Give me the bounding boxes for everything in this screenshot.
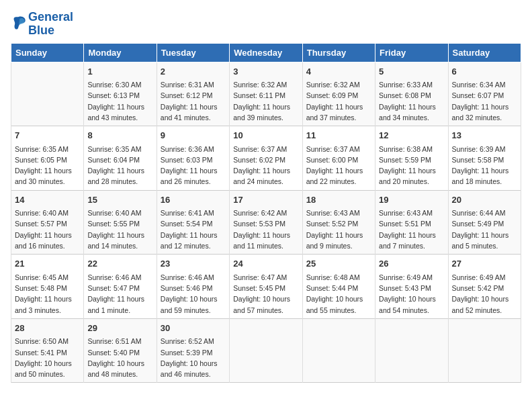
- week-row-2: 7Sunrise: 6:35 AM Sunset: 6:05 PM Daylig…: [11, 126, 521, 191]
- calendar-cell: 9Sunrise: 6:36 AM Sunset: 6:03 PM Daylig…: [157, 126, 229, 191]
- column-header-wednesday: Wednesday: [230, 43, 302, 62]
- day-number: 20: [452, 193, 517, 207]
- calendar-cell: 2Sunrise: 6:31 AM Sunset: 6:12 PM Daylig…: [157, 62, 229, 126]
- day-number: 15: [87, 193, 152, 207]
- day-info: Sunrise: 6:35 AM Sunset: 6:05 PM Dayligh…: [15, 144, 80, 187]
- day-info: Sunrise: 6:30 AM Sunset: 6:13 PM Dayligh…: [87, 79, 152, 123]
- calendar-cell: [302, 318, 375, 383]
- day-number: 9: [161, 129, 226, 142]
- week-row-5: 28Sunrise: 6:50 AM Sunset: 5:41 PM Dayli…: [11, 318, 521, 383]
- day-info: Sunrise: 6:42 AM Sunset: 5:53 PM Dayligh…: [233, 208, 298, 251]
- calendar-cell: 12Sunrise: 6:38 AM Sunset: 5:59 PM Dayli…: [375, 126, 448, 191]
- day-info: Sunrise: 6:37 AM Sunset: 6:02 PM Dayligh…: [233, 144, 298, 187]
- day-info: Sunrise: 6:49 AM Sunset: 5:43 PM Dayligh…: [379, 272, 444, 316]
- logo-icon: [11, 15, 27, 31]
- day-info: Sunrise: 6:43 AM Sunset: 5:52 PM Dayligh…: [306, 208, 371, 251]
- day-info: Sunrise: 6:40 AM Sunset: 5:55 PM Dayligh…: [87, 208, 152, 251]
- header: General Blue: [11, 11, 521, 38]
- day-number: 1: [87, 65, 152, 79]
- calendar-cell: 5Sunrise: 6:33 AM Sunset: 6:08 PM Daylig…: [375, 62, 448, 126]
- calendar-cell: 16Sunrise: 6:41 AM Sunset: 5:54 PM Dayli…: [157, 190, 229, 255]
- day-number: 28: [15, 322, 80, 335]
- day-number: 6: [452, 65, 517, 79]
- day-info: Sunrise: 6:33 AM Sunset: 6:08 PM Dayligh…: [379, 79, 444, 123]
- day-number: 10: [233, 129, 298, 142]
- day-number: 12: [379, 129, 444, 142]
- day-info: Sunrise: 6:34 AM Sunset: 6:07 PM Dayligh…: [452, 79, 517, 123]
- calendar-cell: 21Sunrise: 6:45 AM Sunset: 5:48 PM Dayli…: [11, 255, 84, 319]
- day-info: Sunrise: 6:40 AM Sunset: 5:57 PM Dayligh…: [15, 208, 80, 251]
- calendar-cell: 15Sunrise: 6:40 AM Sunset: 5:55 PM Dayli…: [84, 190, 157, 255]
- day-number: 17: [233, 193, 298, 207]
- calendar-cell: 18Sunrise: 6:43 AM Sunset: 5:52 PM Dayli…: [302, 190, 375, 255]
- day-number: 18: [306, 193, 371, 207]
- day-info: Sunrise: 6:50 AM Sunset: 5:41 PM Dayligh…: [15, 336, 80, 379]
- day-number: 25: [306, 257, 371, 271]
- day-number: 29: [87, 322, 152, 335]
- day-number: 27: [452, 257, 517, 271]
- calendar-cell: 7Sunrise: 6:35 AM Sunset: 6:05 PM Daylig…: [11, 126, 84, 191]
- day-info: Sunrise: 6:38 AM Sunset: 5:59 PM Dayligh…: [379, 144, 444, 187]
- calendar-cell: 13Sunrise: 6:39 AM Sunset: 5:58 PM Dayli…: [448, 126, 521, 191]
- day-info: Sunrise: 6:51 AM Sunset: 5:40 PM Dayligh…: [87, 336, 152, 379]
- calendar-cell: 30Sunrise: 6:52 AM Sunset: 5:39 PM Dayli…: [157, 318, 229, 383]
- day-info: Sunrise: 6:48 AM Sunset: 5:44 PM Dayligh…: [306, 272, 371, 316]
- calendar-cell: 29Sunrise: 6:51 AM Sunset: 5:40 PM Dayli…: [84, 318, 157, 383]
- day-info: Sunrise: 6:37 AM Sunset: 6:00 PM Dayligh…: [306, 144, 371, 187]
- column-header-friday: Friday: [375, 43, 448, 62]
- day-number: 2: [161, 65, 226, 79]
- day-info: Sunrise: 6:36 AM Sunset: 6:03 PM Dayligh…: [161, 144, 226, 187]
- day-info: Sunrise: 6:41 AM Sunset: 5:54 PM Dayligh…: [161, 208, 226, 251]
- calendar-cell: [448, 318, 521, 383]
- calendar-cell: 10Sunrise: 6:37 AM Sunset: 6:02 PM Dayli…: [230, 126, 302, 191]
- calendar-cell: 23Sunrise: 6:46 AM Sunset: 5:46 PM Dayli…: [157, 255, 229, 319]
- calendar-cell: 4Sunrise: 6:32 AM Sunset: 6:09 PM Daylig…: [302, 62, 375, 126]
- day-number: 24: [233, 257, 298, 271]
- day-number: 21: [15, 257, 80, 271]
- week-row-1: 1Sunrise: 6:30 AM Sunset: 6:13 PM Daylig…: [11, 62, 521, 126]
- calendar-cell: 25Sunrise: 6:48 AM Sunset: 5:44 PM Dayli…: [302, 255, 375, 319]
- week-row-3: 14Sunrise: 6:40 AM Sunset: 5:57 PM Dayli…: [11, 190, 521, 255]
- logo-text: General Blue: [28, 11, 73, 38]
- day-info: Sunrise: 6:49 AM Sunset: 5:42 PM Dayligh…: [452, 272, 517, 316]
- day-number: 8: [87, 129, 152, 142]
- calendar-cell: 27Sunrise: 6:49 AM Sunset: 5:42 PM Dayli…: [448, 255, 521, 319]
- day-number: 30: [161, 322, 226, 335]
- day-number: 5: [379, 65, 444, 79]
- day-number: 16: [161, 193, 226, 207]
- calendar-cell: 14Sunrise: 6:40 AM Sunset: 5:57 PM Dayli…: [11, 190, 84, 255]
- day-number: 13: [452, 129, 517, 142]
- day-number: 26: [379, 257, 444, 271]
- calendar-cell: [230, 318, 302, 383]
- calendar-cell: 3Sunrise: 6:32 AM Sunset: 6:11 PM Daylig…: [230, 62, 302, 126]
- calendar-cell: 26Sunrise: 6:49 AM Sunset: 5:43 PM Dayli…: [375, 255, 448, 319]
- calendar-header-row: SundayMondayTuesdayWednesdayThursdayFrid…: [11, 43, 521, 62]
- day-info: Sunrise: 6:47 AM Sunset: 5:45 PM Dayligh…: [233, 272, 298, 316]
- day-number: 4: [306, 65, 371, 79]
- calendar-cell: [375, 318, 448, 383]
- calendar-cell: 22Sunrise: 6:46 AM Sunset: 5:47 PM Dayli…: [84, 255, 157, 319]
- day-number: 7: [15, 129, 80, 142]
- calendar-cell: 19Sunrise: 6:43 AM Sunset: 5:51 PM Dayli…: [375, 190, 448, 255]
- day-info: Sunrise: 6:35 AM Sunset: 6:04 PM Dayligh…: [87, 144, 152, 187]
- day-info: Sunrise: 6:44 AM Sunset: 5:49 PM Dayligh…: [452, 208, 517, 251]
- column-header-thursday: Thursday: [302, 43, 375, 62]
- logo: General Blue: [11, 11, 73, 38]
- day-number: 22: [87, 257, 152, 271]
- column-header-saturday: Saturday: [448, 43, 521, 62]
- calendar-cell: [11, 62, 84, 126]
- day-number: 23: [161, 257, 226, 271]
- day-number: 11: [306, 129, 371, 142]
- day-info: Sunrise: 6:46 AM Sunset: 5:46 PM Dayligh…: [161, 272, 226, 316]
- calendar-table: SundayMondayTuesdayWednesdayThursdayFrid…: [11, 43, 521, 383]
- calendar-cell: 24Sunrise: 6:47 AM Sunset: 5:45 PM Dayli…: [230, 255, 302, 319]
- calendar-cell: 11Sunrise: 6:37 AM Sunset: 6:00 PM Dayli…: [302, 126, 375, 191]
- week-row-4: 21Sunrise: 6:45 AM Sunset: 5:48 PM Dayli…: [11, 255, 521, 319]
- day-number: 14: [15, 193, 80, 207]
- calendar-cell: 20Sunrise: 6:44 AM Sunset: 5:49 PM Dayli…: [448, 190, 521, 255]
- calendar-cell: 17Sunrise: 6:42 AM Sunset: 5:53 PM Dayli…: [230, 190, 302, 255]
- day-info: Sunrise: 6:39 AM Sunset: 5:58 PM Dayligh…: [452, 144, 517, 187]
- day-info: Sunrise: 6:46 AM Sunset: 5:47 PM Dayligh…: [87, 272, 152, 316]
- calendar-cell: 28Sunrise: 6:50 AM Sunset: 5:41 PM Dayli…: [11, 318, 84, 383]
- calendar-cell: 1Sunrise: 6:30 AM Sunset: 6:13 PM Daylig…: [84, 62, 157, 126]
